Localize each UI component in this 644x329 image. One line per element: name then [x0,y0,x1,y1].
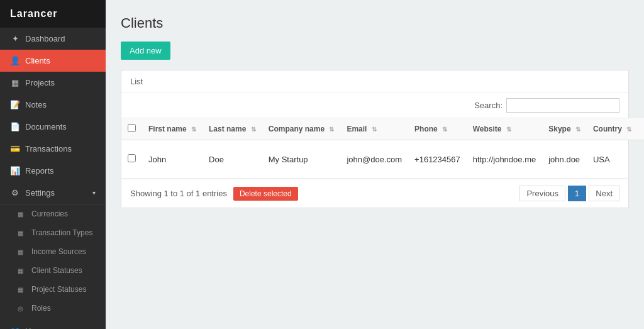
col-skype[interactable]: Skype ⇅ [542,118,587,140]
list-panel: List Search: First name ⇅ [121,70,629,208]
col-last-name[interactable]: Last name ⇅ [203,118,262,140]
sidebar-item-reports[interactable]: 📊 Reports [0,160,106,182]
row-checkbox-cell [121,140,142,179]
row-checkbox[interactable] [128,154,136,162]
clients-icon: 👤 [10,56,20,65]
sidebar-item-currencies[interactable]: ▦ Currencies [0,204,106,223]
sort-country-icon: ⇅ [626,126,631,133]
sidebar-label-documents: Documents [25,122,67,131]
currencies-icon: ▦ [18,211,26,218]
col-client-status[interactable]: Client status ⇅ [638,118,644,140]
sort-first-name-icon: ⇅ [191,126,196,133]
transactions-icon: 💳 [10,144,20,153]
dashboard-icon: ✦ [10,34,20,43]
search-label: Search: [474,101,502,110]
showing-text: Showing 1 to 1 of 1 entries [130,189,227,198]
pagination: Previous 1 Next [519,186,619,201]
sidebar-label-users: Users [25,326,47,329]
project-statuses-icon: ▦ [18,286,26,293]
sidebar-label-clients: Clients [25,56,50,65]
cell-phone: +161234567 [408,140,467,179]
app-logo: Larancer [0,0,106,28]
cell-client-status: Active [638,140,644,179]
sort-phone-icon: ⇅ [442,126,447,133]
users-icon: 👥 [10,326,20,329]
col-phone[interactable]: Phone ⇅ [408,118,467,140]
list-header: List [121,70,628,93]
cell-country: USA [587,140,638,179]
cell-email: john@doe.com [340,140,408,179]
cell-first-name: John [142,140,203,179]
cell-last-name: Doe [203,140,262,179]
col-company-name[interactable]: Company name ⇅ [262,118,341,140]
sort-email-icon: ⇅ [372,126,377,133]
client-statuses-icon: ▦ [18,267,26,274]
sort-skype-icon: ⇅ [575,126,580,133]
col-first-name[interactable]: First name ⇅ [142,118,203,140]
projects-icon: ▦ [10,78,20,87]
footer-left: Showing 1 to 1 of 1 entries Delete selec… [130,187,298,201]
table-row: John Doe My Startup john@doe.com +161234… [121,140,644,179]
search-input[interactable] [506,98,619,113]
sidebar-item-project-statuses[interactable]: ▦ Project Statuses [0,280,106,299]
transaction-types-icon: ▦ [18,230,26,237]
sort-last-name-icon: ⇅ [251,126,256,133]
table-footer: Showing 1 to 1 of 1 entries Delete selec… [121,179,628,208]
main-content: Clients Add new List Search: First name … [106,0,644,329]
sort-company-icon: ⇅ [329,126,334,133]
cell-website: http://johndoe.me [467,140,542,179]
sidebar-item-settings[interactable]: ⚙ Settings ▾ [0,182,106,204]
sort-website-icon: ⇅ [506,126,511,133]
sidebar-label-notes: Notes [25,100,47,109]
settings-arrow-icon: ▾ [92,189,96,196]
sidebar-label-dashboard: Dashboard [25,34,65,43]
sidebar-item-notes[interactable]: 📝 Notes [0,94,106,116]
clients-table: First name ⇅ Last name ⇅ Company name ⇅ [121,118,644,179]
notes-icon: 📝 [10,100,20,109]
sidebar-item-income-sources[interactable]: ▦ Income Sources [0,242,106,261]
sidebar-item-dashboard[interactable]: ✦ Dashboard [0,28,106,50]
sidebar-label-transaction-types: Transaction Types [31,228,92,237]
sidebar-label-income-sources: Income Sources [31,247,86,256]
table-header-row: First name ⇅ Last name ⇅ Company name ⇅ [121,118,644,140]
sidebar-label-projects: Projects [25,78,55,87]
documents-icon: 📄 [10,122,20,131]
sidebar-label-currencies: Currencies [31,209,68,218]
reports-icon: 📊 [10,166,20,176]
roles-icon: ◎ [18,305,26,312]
income-sources-icon: ▦ [18,248,26,255]
sidebar-label-roles: Roles [31,304,51,313]
sidebar-item-clients[interactable]: 👤 Clients [0,50,106,72]
add-new-button[interactable]: Add new [121,42,170,60]
col-email[interactable]: Email ⇅ [340,118,408,140]
table-body: John Doe My Startup john@doe.com +161234… [121,140,644,179]
settings-submenu: ▦ Currencies ▦ Transaction Types ▦ Incom… [0,204,106,318]
sidebar-item-users[interactable]: 👥 Users [0,320,106,329]
sidebar: Larancer ✦ Dashboard 👤 Clients ▦ Project… [0,0,106,329]
page-title: Clients [121,15,629,31]
sidebar-label-reports: Reports [25,166,54,176]
cell-company-name: My Startup [262,140,341,179]
sidebar-label-project-statuses: Project Statuses [31,285,86,294]
sidebar-item-transactions[interactable]: 💳 Transactions [0,138,106,160]
sidebar-label-client-statuses: Client Statuses [31,266,82,275]
settings-icon: ⚙ [10,188,20,198]
sidebar-item-documents[interactable]: 📄 Documents [0,116,106,138]
previous-page-button[interactable]: Previous [519,186,565,201]
sidebar-label-settings: Settings [25,188,55,198]
sidebar-item-transaction-types[interactable]: ▦ Transaction Types [0,223,106,242]
sidebar-item-client-statuses[interactable]: ▦ Client Statuses [0,261,106,280]
sidebar-item-projects[interactable]: ▦ Projects [0,72,106,94]
sidebar-label-transactions: Transactions [25,144,72,153]
select-all-checkbox[interactable] [128,124,136,132]
sidebar-item-roles[interactable]: ◎ Roles [0,299,106,318]
col-country[interactable]: Country ⇅ [587,118,638,140]
current-page-button[interactable]: 1 [568,186,586,201]
cell-skype: john.doe [542,140,587,179]
col-website[interactable]: Website ⇅ [467,118,542,140]
next-page-button[interactable]: Next [589,186,619,201]
delete-selected-button[interactable]: Delete selected [233,187,298,201]
col-checkbox [121,118,142,140]
search-bar: Search: [121,93,628,118]
